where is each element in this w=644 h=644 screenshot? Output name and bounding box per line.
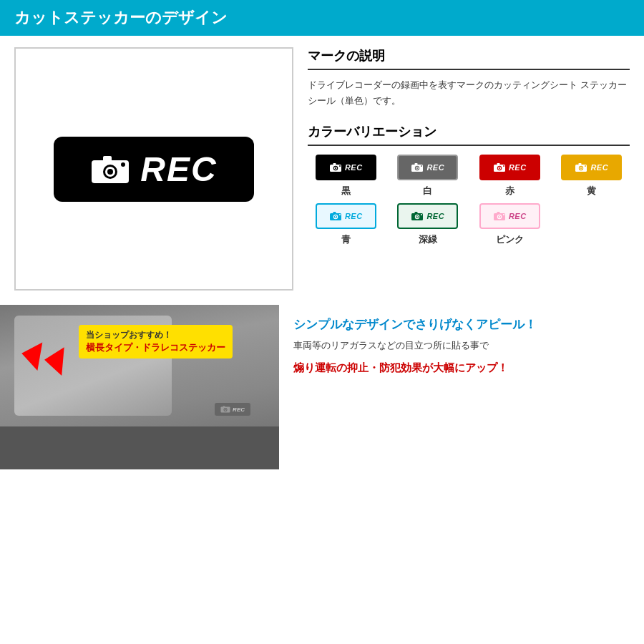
svg-point-41 xyxy=(421,214,422,215)
promo-line1: 当ショップおすすめ！ xyxy=(86,329,225,341)
svg-point-47 xyxy=(503,214,504,215)
badge-rec-red: REC xyxy=(509,163,527,172)
color-item-red: REC 赤 xyxy=(472,155,548,197)
bold-text-suffix: が大幅にアップ！ xyxy=(422,361,508,374)
page-header: カットステッカーのデザイン xyxy=(0,0,644,36)
rec-sticker-large: REC xyxy=(54,137,254,202)
svg-point-3 xyxy=(107,169,113,175)
arrows-container xyxy=(21,341,63,375)
svg-point-33 xyxy=(335,216,336,218)
mark-section-title: マークの説明 xyxy=(308,47,630,70)
svg-point-17 xyxy=(421,165,422,167)
color-badge-black: REC xyxy=(316,155,376,180)
svg-rect-40 xyxy=(415,212,418,214)
description-text: ドライブレコーダーの録画中を表すマークのカッティングシート ステッカー シール（… xyxy=(308,77,630,109)
color-item-white: REC 白 xyxy=(390,155,467,197)
color-label-blue: 青 xyxy=(341,233,351,246)
svg-point-11 xyxy=(339,165,341,167)
svg-point-35 xyxy=(339,214,341,215)
promo-banner: 当ショップおすすめ！ 横長タイプ・ドラレコステッカー xyxy=(79,325,233,358)
sticker-on-car: REC xyxy=(215,403,250,416)
normal-text: 車両等のリアガラスなどの目立つ所に貼る事で xyxy=(293,338,630,353)
svg-rect-16 xyxy=(415,163,418,165)
cam-icon-darkgreen xyxy=(411,211,424,221)
color-label-yellow: 黄 xyxy=(587,185,596,197)
car-body-bottom xyxy=(0,426,279,469)
color-item-blue: REC 青 xyxy=(308,203,384,246)
cam-icon-on-car xyxy=(220,406,230,413)
svg-point-23 xyxy=(503,165,504,167)
bold-bottom-text: 煽り運転の抑止・防犯効果が大幅にアップ！ xyxy=(293,359,630,376)
color-item-black: REC 黒 xyxy=(308,155,384,197)
color-badge-white: REC xyxy=(397,155,458,180)
svg-point-5 xyxy=(121,162,125,167)
bottom-section: REC 当ショップおすすめ！ 横長タイプ・ドラレコステッカー シンプルなデザイン… xyxy=(0,305,644,469)
color-section-title: カラーバリエーション xyxy=(308,123,630,146)
badge-rec-pink: REC xyxy=(509,212,527,220)
appeal-text: シンプルなデザインでさりげなくアピール！ xyxy=(293,316,630,333)
svg-point-45 xyxy=(499,216,500,218)
badge-rec-darkgreen: REC xyxy=(426,212,444,220)
svg-rect-34 xyxy=(333,212,336,214)
svg-rect-22 xyxy=(497,163,499,165)
svg-point-9 xyxy=(335,167,336,169)
color-label-black: 黒 xyxy=(341,185,351,197)
svg-point-27 xyxy=(580,167,582,169)
color-badge-blue: REC xyxy=(316,203,376,229)
cam-icon-yellow xyxy=(575,162,587,172)
main-content: REC マークの説明 ドライブレコーダーの録画中を表すマークのカッティングシート… xyxy=(0,36,644,302)
svg-rect-52 xyxy=(223,406,225,408)
info-panel: マークの説明 ドライブレコーダーの録画中を表すマークのカッティングシート ステッ… xyxy=(308,47,630,291)
svg-rect-4 xyxy=(103,156,112,162)
svg-point-51 xyxy=(225,409,226,411)
arrow-right xyxy=(43,346,64,376)
rec-text-large: REC xyxy=(140,150,217,189)
page-title: カットステッカーのデザイン xyxy=(14,7,228,29)
arrow-left xyxy=(19,339,43,371)
color-row-1: REC 黒 REC 白 xyxy=(308,155,630,197)
color-label-white: 白 xyxy=(423,185,432,197)
badge-rec-black: REC xyxy=(345,163,363,172)
svg-rect-46 xyxy=(497,212,499,214)
color-badge-darkgreen: REC xyxy=(397,203,458,229)
car-sticker-text: REC xyxy=(233,406,245,413)
color-label-darkgreen: 深緑 xyxy=(419,233,437,246)
color-item-darkgreen: REC 深緑 xyxy=(390,203,467,246)
badge-rec-blue: REC xyxy=(345,212,363,220)
bold-text-prefix: 煽り運転の抑止・ xyxy=(293,361,379,374)
bold-text-accent: 防犯効果 xyxy=(379,361,422,374)
color-row-2: REC 青 REC 深緑 xyxy=(308,203,630,246)
bottom-right-text: シンプルなデザインでさりげなくアピール！ 車両等のリアガラスなどの目立つ所に貼る… xyxy=(279,305,644,469)
sticker-preview-box: REC xyxy=(14,47,293,291)
cam-icon-red xyxy=(493,162,506,172)
color-badge-yellow: REC xyxy=(561,155,622,180)
svg-point-15 xyxy=(416,167,418,169)
color-label-pink: ピンク xyxy=(496,233,524,246)
badge-rec-white: REC xyxy=(426,163,444,172)
svg-rect-10 xyxy=(333,163,336,165)
svg-point-39 xyxy=(416,216,418,218)
cam-icon-blue xyxy=(329,211,342,221)
badge-rec-yellow: REC xyxy=(590,163,608,172)
color-badge-pink: REC xyxy=(479,203,540,229)
svg-rect-28 xyxy=(579,163,582,165)
cam-icon-pink xyxy=(493,211,506,221)
car-photo-area: REC 当ショップおすすめ！ 横長タイプ・ドラレコステッカー xyxy=(0,305,279,469)
cam-icon-white xyxy=(411,162,424,172)
cam-icon-black xyxy=(329,162,342,172)
svg-point-21 xyxy=(499,167,500,169)
color-badge-red: REC xyxy=(479,155,540,180)
color-item-pink: REC ピンク xyxy=(472,203,548,246)
camera-icon-large xyxy=(90,153,130,185)
color-label-red: 赤 xyxy=(505,185,514,197)
color-item-yellow: REC 黄 xyxy=(554,155,630,197)
promo-line2: 横長タイプ・ドラレコステッカー xyxy=(86,341,225,354)
svg-point-29 xyxy=(585,165,586,167)
